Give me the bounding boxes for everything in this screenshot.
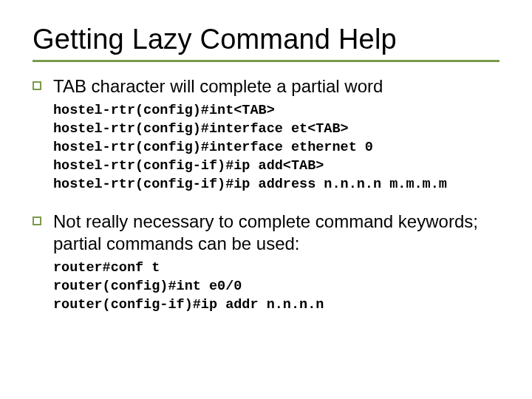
bullet-text: Not really necessary to complete command… [53, 211, 499, 255]
bullet-item: TAB character will complete a partial wo… [33, 75, 499, 98]
bullet-text: TAB character will complete a partial wo… [53, 75, 383, 98]
slide-title: Getting Lazy Command Help [33, 24, 499, 55]
slide: Getting Lazy Command Help TAB character … [0, 0, 532, 399]
square-bullet-icon [33, 216, 41, 225]
title-underline [33, 60, 499, 62]
square-bullet-icon [33, 81, 41, 90]
code-block: router#conf t router(config)#int e0/0 ro… [53, 259, 499, 315]
bullet-item: Not really necessary to complete command… [33, 211, 499, 255]
code-block: hostel-rtr(config)#int<TAB> hostel-rtr(c… [53, 102, 499, 194]
